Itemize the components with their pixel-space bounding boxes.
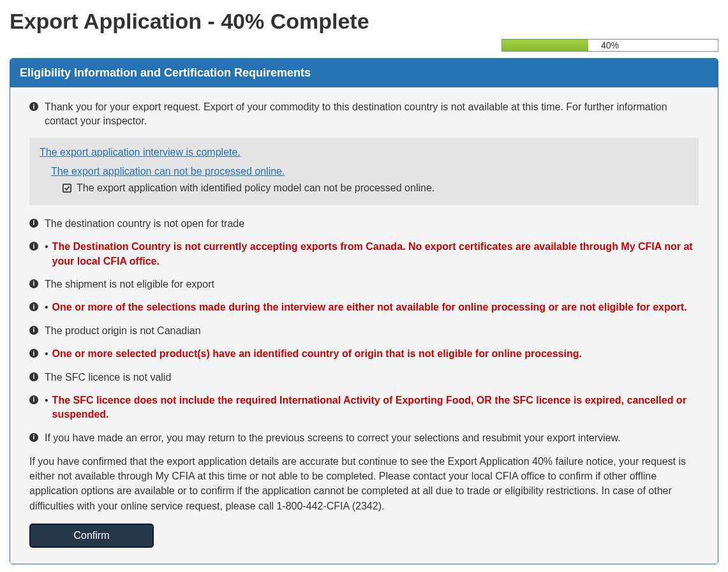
info-text: The product origin is not Canadian — [45, 324, 699, 338]
info-text: If you have made an error, you may retur… — [45, 431, 699, 445]
page-title: Export Application - 40% Complete — [10, 9, 718, 34]
error-text: The SFC licence does not include the req… — [52, 393, 699, 422]
info-text: •One or more of the selections made duri… — [45, 300, 699, 314]
info-icon: i — [29, 433, 38, 442]
info-item: iIf you have made an error, you may retu… — [29, 431, 699, 445]
checkbox-checked-icon — [63, 184, 71, 193]
info-icon: i — [29, 372, 38, 381]
progress-label: 40% — [502, 40, 718, 51]
cannot-process-row: The export application can not be proces… — [40, 166, 688, 177]
info-item: i•The Destination Country is not current… — [29, 240, 699, 268]
info-icon: i — [29, 326, 38, 335]
svg-rect-0 — [63, 184, 71, 192]
info-text: •The Destination Country is not currentl… — [45, 240, 699, 268]
info-icon: i — [29, 349, 38, 358]
info-text: The shipment is not eligible for export — [45, 277, 699, 291]
info-icon: i — [29, 279, 38, 288]
panel-header: Eligibility Information and Certificatio… — [10, 59, 718, 87]
intro-text: Thank you for your export request. Expor… — [45, 100, 699, 129]
info-item: i•One or more selected product(s) have a… — [29, 347, 699, 361]
bullet-icon: • — [45, 393, 48, 422]
error-text: The Destination Country is not currently… — [52, 240, 699, 268]
info-item: iThe product origin is not Canadian — [29, 324, 699, 338]
panel-body: i Thank you for your export request. Exp… — [10, 87, 718, 564]
info-text: The destination country is not open for … — [45, 217, 699, 231]
eligibility-panel: Eligibility Information and Certificatio… — [10, 58, 718, 564]
info-item: iThe shipment is not eligible for export — [29, 277, 699, 291]
bullet-icon: • — [45, 240, 48, 268]
interview-complete-row: The export application interview is comp… — [40, 147, 688, 158]
intro-item: i Thank you for your export request. Exp… — [29, 100, 699, 129]
info-text: •The SFC licence does not include the re… — [45, 393, 699, 422]
footer-paragraph: If you have confirmed that the export ap… — [29, 454, 699, 513]
info-item: iThe SFC licence is not valid — [29, 370, 699, 385]
info-text: •One or more selected product(s) have an… — [45, 347, 699, 361]
info-item: iThe destination country is not open for… — [29, 217, 699, 231]
error-text: One or more selected product(s) have an … — [52, 347, 582, 361]
progress-row: 40% — [10, 39, 718, 52]
cannot-process-link[interactable]: The export application can not be proces… — [51, 166, 285, 177]
info-icon: i — [29, 219, 38, 228]
info-item: i•The SFC licence does not include the r… — [29, 393, 699, 422]
info-text: The SFC licence is not valid — [45, 370, 699, 385]
info-icon: i — [29, 302, 38, 311]
bullet-icon: • — [45, 347, 48, 361]
progress-bar: 40% — [501, 39, 718, 52]
info-icon: i — [29, 395, 38, 404]
error-text: One or more of the selections made durin… — [52, 300, 687, 314]
info-icon: i — [29, 102, 38, 111]
bullet-icon: • — [45, 300, 48, 314]
info-icon: i — [29, 242, 38, 251]
info-item: i•One or more of the selections made dur… — [29, 300, 699, 314]
confirm-button[interactable]: Confirm — [29, 524, 154, 548]
policy-model-row: The export application with identified p… — [40, 182, 688, 194]
policy-model-text: The export application with identified p… — [77, 182, 435, 194]
interview-complete-link[interactable]: The export application interview is comp… — [40, 147, 241, 158]
interview-status-box: The export application interview is comp… — [29, 138, 699, 205]
